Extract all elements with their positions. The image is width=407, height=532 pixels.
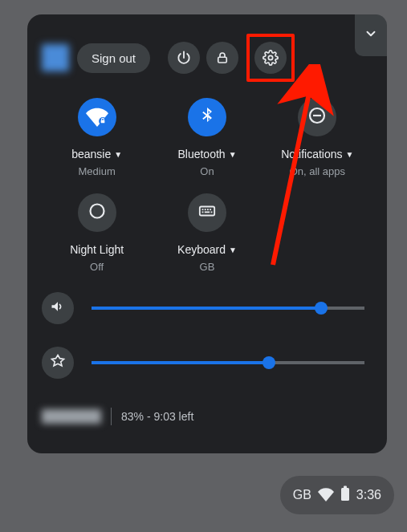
caret-down-icon: ▼ xyxy=(229,246,237,254)
lock-icon xyxy=(215,51,230,65)
ime-indicator: GB xyxy=(293,488,311,502)
caret-down-icon: ▼ xyxy=(229,150,237,159)
wifi-label-text: beansie xyxy=(71,148,111,160)
caret-down-icon: ▼ xyxy=(346,150,354,159)
gear-icon xyxy=(263,50,279,66)
wifi-sub: Medium xyxy=(79,165,116,177)
tile-keyboard: Keyboard ▼ GB xyxy=(152,193,262,273)
svg-point-1 xyxy=(268,55,272,59)
footer-obscured xyxy=(42,409,101,424)
volume-button[interactable] xyxy=(42,292,74,324)
svg-marker-15 xyxy=(52,355,64,366)
svg-point-6 xyxy=(90,205,104,218)
notifications-sub: On, all apps xyxy=(290,165,345,177)
volume-thumb[interactable] xyxy=(315,302,328,315)
notifications-label[interactable]: Notifications ▼ xyxy=(281,148,353,160)
dnd-icon xyxy=(307,106,327,128)
settings-highlight-box xyxy=(246,34,295,82)
notifications-toggle[interactable] xyxy=(298,98,336,136)
keyboard-sub: GB xyxy=(200,261,215,273)
svg-rect-13 xyxy=(205,211,210,213)
header-row: Sign out xyxy=(27,14,387,93)
brightness-slider[interactable] xyxy=(92,361,364,364)
svg-rect-8 xyxy=(202,209,204,210)
wifi-status-icon xyxy=(318,485,334,505)
brightness-row xyxy=(42,347,364,379)
svg-rect-14 xyxy=(211,211,213,213)
night-light-sub: Off xyxy=(90,261,104,273)
brightness-icon xyxy=(50,353,66,372)
battery-text: 83% - 9:03 left xyxy=(121,410,193,423)
bluetooth-toggle[interactable] xyxy=(188,98,226,136)
svg-rect-3 xyxy=(100,120,104,124)
night-light-label: Night Light xyxy=(70,243,124,256)
tile-wifi: beansie ▼ Medium xyxy=(42,98,152,177)
battery-status-icon xyxy=(340,485,350,505)
tile-notifications: Notifications ▼ On, all apps xyxy=(263,98,372,177)
keyboard-icon xyxy=(198,202,216,223)
sign-out-button[interactable]: Sign out xyxy=(77,43,150,73)
brightness-button[interactable] xyxy=(42,347,74,379)
keyboard-toggle[interactable] xyxy=(188,193,226,232)
sliders-section xyxy=(27,273,387,408)
keyboard-label[interactable]: Keyboard ▼ xyxy=(177,243,237,256)
svg-rect-0 xyxy=(218,57,227,63)
night-light-toggle[interactable] xyxy=(78,193,116,232)
divider xyxy=(111,408,112,425)
tile-empty xyxy=(263,193,372,273)
svg-rect-17 xyxy=(341,488,349,501)
lock-button[interactable] xyxy=(206,42,238,74)
tile-night-light: Night Light Off xyxy=(42,193,152,273)
moon-icon xyxy=(88,201,107,224)
tiles-grid: beansie ▼ Medium Bluetooth ▼ On xyxy=(27,93,387,273)
volume-slider[interactable] xyxy=(92,307,364,310)
bluetooth-sub: On xyxy=(200,165,214,177)
tile-bluetooth: Bluetooth ▼ On xyxy=(152,98,262,177)
svg-rect-18 xyxy=(344,486,347,489)
volume-row xyxy=(42,292,364,324)
wifi-icon xyxy=(86,104,108,130)
night-light-label-text: Night Light xyxy=(70,243,124,256)
svg-rect-12 xyxy=(202,211,204,213)
keyboard-label-text: Keyboard xyxy=(177,243,226,256)
shelf-status-pill[interactable]: GB 3:36 xyxy=(280,476,394,514)
bluetooth-icon xyxy=(197,106,217,128)
footer-row: 83% - 9:03 left xyxy=(27,408,387,438)
brightness-thumb[interactable] xyxy=(263,356,275,369)
quick-settings-panel: Sign out xyxy=(27,14,387,453)
clock-text: 3:36 xyxy=(356,488,381,502)
wifi-label[interactable]: beansie ▼ xyxy=(71,148,122,160)
power-button[interactable] xyxy=(168,42,200,74)
svg-rect-10 xyxy=(207,209,209,210)
svg-rect-9 xyxy=(205,209,206,210)
settings-button[interactable] xyxy=(254,42,287,74)
bluetooth-label[interactable]: Bluetooth ▼ xyxy=(177,148,236,160)
collapse-button[interactable] xyxy=(355,14,387,56)
avatar[interactable] xyxy=(42,44,69,71)
chevron-down-icon xyxy=(364,26,378,44)
power-icon xyxy=(176,50,192,66)
svg-rect-7 xyxy=(200,207,214,216)
bluetooth-label-text: Bluetooth xyxy=(177,148,225,160)
caret-down-icon: ▼ xyxy=(114,150,122,159)
svg-rect-11 xyxy=(210,209,211,210)
notifications-label-text: Notifications xyxy=(281,148,342,160)
wifi-toggle[interactable] xyxy=(78,98,116,136)
volume-icon xyxy=(50,298,66,318)
